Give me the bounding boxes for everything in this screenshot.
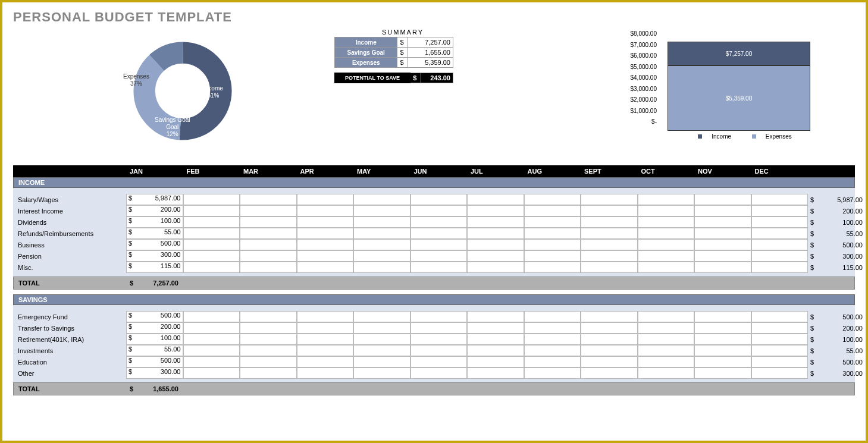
cell-input[interactable]: $300.00 (126, 367, 183, 379)
cell-input[interactable] (581, 345, 638, 356)
cell-input[interactable] (524, 239, 581, 250)
cell-input[interactable] (467, 367, 524, 379)
cell-input[interactable] (183, 239, 240, 250)
cell-input[interactable] (581, 250, 638, 262)
cell-input[interactable] (638, 262, 695, 273)
cell-input[interactable] (751, 345, 809, 356)
cell-input[interactable] (353, 205, 411, 216)
cell-input[interactable] (353, 228, 411, 239)
cell-input[interactable] (183, 250, 240, 262)
cell-input[interactable] (694, 311, 751, 322)
cell-input[interactable] (411, 194, 468, 205)
cell-input[interactable] (240, 345, 297, 356)
cell-input[interactable] (581, 216, 638, 228)
cell-input[interactable] (411, 345, 468, 356)
cell-input[interactable]: $500.00 (126, 311, 183, 322)
cell-input[interactable] (638, 322, 695, 334)
cell-input[interactable]: $55.00 (126, 345, 183, 356)
cell-input[interactable] (240, 334, 297, 345)
cell-input[interactable] (467, 356, 524, 367)
cell-input[interactable] (467, 334, 524, 345)
cell-input[interactable] (694, 250, 751, 262)
cell-input[interactable] (467, 250, 524, 262)
cell-input[interactable] (297, 322, 354, 334)
cell-input[interactable] (524, 356, 581, 367)
cell-input[interactable] (183, 205, 240, 216)
cell-input[interactable]: $200.00 (126, 205, 183, 216)
cell-input[interactable] (353, 334, 411, 345)
cell-input[interactable] (581, 228, 638, 239)
cell-input[interactable] (638, 250, 695, 262)
cell-input[interactable] (411, 216, 468, 228)
cell-input[interactable] (524, 334, 581, 345)
cell-input[interactable] (183, 216, 240, 228)
cell-input[interactable] (694, 216, 751, 228)
cell-input[interactable] (297, 345, 354, 356)
cell-input[interactable] (297, 311, 354, 322)
cell-input[interactable] (638, 205, 695, 216)
cell-input[interactable] (353, 239, 411, 250)
cell-input[interactable] (581, 356, 638, 367)
cell-input[interactable] (524, 367, 581, 379)
cell-input[interactable] (411, 311, 468, 322)
cell-input[interactable] (467, 322, 524, 334)
cell-input[interactable] (411, 262, 468, 273)
cell-input[interactable] (240, 322, 297, 334)
cell-input[interactable] (240, 239, 297, 250)
cell-input[interactable] (524, 322, 581, 334)
cell-input[interactable] (581, 334, 638, 345)
cell-input[interactable] (297, 239, 354, 250)
cell-input[interactable] (240, 205, 297, 216)
cell-input[interactable] (638, 367, 695, 379)
cell-input[interactable] (240, 262, 297, 273)
cell-input[interactable] (297, 216, 354, 228)
cell-input[interactable] (638, 345, 695, 356)
cell-input[interactable] (694, 322, 751, 334)
cell-input[interactable] (524, 250, 581, 262)
cell-input[interactable] (297, 228, 354, 239)
cell-input[interactable] (353, 367, 411, 379)
cell-input[interactable]: $100.00 (126, 216, 183, 228)
cell-input[interactable] (240, 194, 297, 205)
cell-input[interactable] (297, 194, 354, 205)
cell-input[interactable] (467, 262, 524, 273)
cell-input[interactable] (183, 345, 240, 356)
cell-input[interactable] (581, 239, 638, 250)
cell-input[interactable] (638, 228, 695, 239)
cell-input[interactable] (524, 216, 581, 228)
cell-input[interactable] (353, 311, 411, 322)
cell-input[interactable] (581, 194, 638, 205)
cell-input[interactable] (353, 194, 411, 205)
cell-input[interactable]: $500.00 (126, 239, 183, 250)
cell-input[interactable] (751, 334, 809, 345)
cell-input[interactable] (694, 239, 751, 250)
cell-input[interactable] (524, 205, 581, 216)
cell-input[interactable] (411, 334, 468, 345)
cell-input[interactable] (353, 216, 411, 228)
cell-input[interactable] (467, 239, 524, 250)
cell-input[interactable] (297, 367, 354, 379)
cell-input[interactable] (183, 194, 240, 205)
cell-input[interactable] (751, 228, 809, 239)
cell-input[interactable] (411, 205, 468, 216)
cell-input[interactable] (297, 334, 354, 345)
cell-input[interactable] (581, 367, 638, 379)
cell-input[interactable] (411, 367, 468, 379)
cell-input[interactable] (638, 311, 695, 322)
cell-input[interactable] (411, 322, 468, 334)
cell-input[interactable] (240, 250, 297, 262)
cell-input[interactable] (183, 262, 240, 273)
cell-input[interactable] (467, 194, 524, 205)
cell-input[interactable] (581, 262, 638, 273)
cell-input[interactable] (581, 322, 638, 334)
cell-input[interactable] (240, 311, 297, 322)
cell-input[interactable]: $200.00 (126, 322, 183, 334)
cell-input[interactable]: $115.00 (126, 262, 183, 273)
cell-input[interactable] (751, 322, 809, 334)
cell-input[interactable] (183, 334, 240, 345)
cell-input[interactable] (638, 194, 695, 205)
cell-input[interactable] (694, 205, 751, 216)
cell-input[interactable]: $300.00 (126, 250, 183, 262)
cell-input[interactable] (411, 228, 468, 239)
cell-input[interactable]: $500.00 (126, 356, 183, 367)
